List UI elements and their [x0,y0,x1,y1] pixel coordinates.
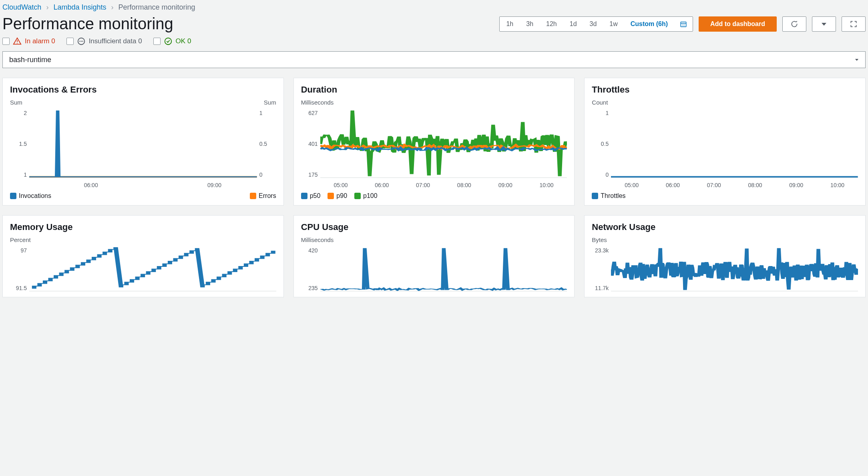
calendar-icon [680,20,687,28]
breadcrumb: CloudWatch › Lambda Insights › Performan… [2,2,866,15]
alarm-status-row: In alarm 0 Insufficient data 0 OK 0 [2,37,866,46]
card-title: Throttles [592,85,858,95]
svg-point-15 [165,38,171,45]
chart[interactable]: 420 235 [301,247,567,291]
filter-insufficient[interactable]: Insufficient data 0 [66,37,142,46]
card-title: Memory Usage [10,222,276,232]
svg-point-7 [684,25,685,26]
svg-point-2 [682,24,683,25]
ylabel: Bytes [592,236,607,243]
alarm-icon [13,37,22,46]
refresh-icon [790,20,798,28]
ok-label: OK 0 [176,37,191,45]
in-alarm-label: In alarm 0 [25,37,55,45]
insufficient-icon [77,37,86,46]
card-title: Duration [301,85,567,95]
chart[interactable]: 627 401 175 [301,110,567,178]
card-duration: Duration Milliseconds 627 401 175 05:00 … [293,78,575,206]
chart[interactable]: 97 91.5 [10,247,276,291]
time-range-picker: 1h 3h 12h 1d 3d 1w Custom (6h) [499,16,693,32]
filter-ok[interactable]: OK 0 [153,37,191,46]
card-title: CPU Usage [301,222,567,232]
breadcrumb-current: Performance monitoring [118,3,195,12]
svg-point-4 [684,24,685,25]
checkbox-insufficient[interactable] [66,38,74,45]
ylabel: Percent [10,236,31,243]
insufficient-label: Insufficient data 0 [89,37,142,45]
card-title: Network Usage [592,222,858,232]
ylabel: Count [592,99,608,106]
refresh-options-button[interactable] [812,16,836,32]
card-network-usage: Network Usage Bytes 23.3k 11.7k [584,215,866,297]
caret-down-icon [854,57,860,63]
breadcrumb-link-lambda-insights[interactable]: Lambda Insights [53,3,106,12]
time-range-1d[interactable]: 1d [563,17,583,31]
card-memory-usage: Memory Usage Percent 97 91.5 [2,215,284,297]
time-range-3d[interactable]: 3d [583,17,603,31]
breadcrumb-link-cloudwatch[interactable]: CloudWatch [2,3,41,12]
time-range-3h[interactable]: 3h [520,17,540,31]
svg-point-12 [79,41,80,42]
time-range-1h[interactable]: 1h [500,17,520,31]
svg-point-6 [683,25,684,26]
function-select[interactable]: bash-runtime [2,51,866,68]
time-range-custom[interactable]: Custom (6h) [624,17,674,31]
card-invocations-errors: Invocations & Errors Sum Sum 2 1.5 1 1 0… [2,78,284,206]
fullscreen-button[interactable] [842,16,866,32]
header-controls: 1h 3h 12h 1d 3d 1w Custom (6h) Add to da… [499,16,866,32]
refresh-button[interactable] [782,16,806,32]
ylabel: Milliseconds [301,99,334,106]
svg-point-13 [80,41,81,42]
legend-p100[interactable]: p100 [354,192,378,200]
caret-down-icon [820,20,828,28]
left-axis-label: Sum [10,99,22,106]
legend-errors[interactable]: Errors [250,192,276,200]
chevron-right-icon: › [111,3,113,12]
legend-p90[interactable]: p90 [328,192,347,200]
svg-point-14 [82,41,83,42]
right-axis-label: Sum [264,99,276,106]
time-range-12h[interactable]: 12h [540,17,563,31]
svg-point-3 [683,24,684,25]
card-cpu-usage: CPU Usage Milliseconds 420 235 [293,215,575,297]
legend-throttles[interactable]: Throttles [592,192,625,200]
checkbox-in-alarm[interactable] [2,38,10,45]
svg-marker-8 [822,23,826,26]
legend-p50[interactable]: p50 [301,192,321,200]
card-title: Invocations & Errors [10,85,276,95]
function-select-value: bash-runtime [9,56,51,64]
time-range-1w[interactable]: 1w [603,17,624,31]
card-throttles: Throttles Count 1 0.5 0 05:00 06:00 07:0… [584,78,866,206]
calendar-button[interactable] [674,17,693,31]
checkbox-ok[interactable] [153,38,161,45]
ok-icon [164,37,173,46]
chart[interactable]: 1 0.5 0 [592,110,858,178]
chart[interactable]: 23.3k 11.7k [592,247,858,291]
legend-invocations[interactable]: Invocations [10,192,51,200]
chart[interactable]: 2 1.5 1 1 0.5 0 [10,110,276,178]
svg-point-5 [682,25,683,26]
chevron-right-icon: › [46,3,48,12]
page-title: Performance monitoring [2,15,173,33]
svg-marker-16 [855,59,858,61]
expand-icon [850,20,858,28]
add-to-dashboard-button[interactable]: Add to dashboard [699,16,777,32]
filter-in-alarm[interactable]: In alarm 0 [2,37,55,46]
ylabel: Milliseconds [301,236,334,243]
svg-point-10 [17,43,18,44]
